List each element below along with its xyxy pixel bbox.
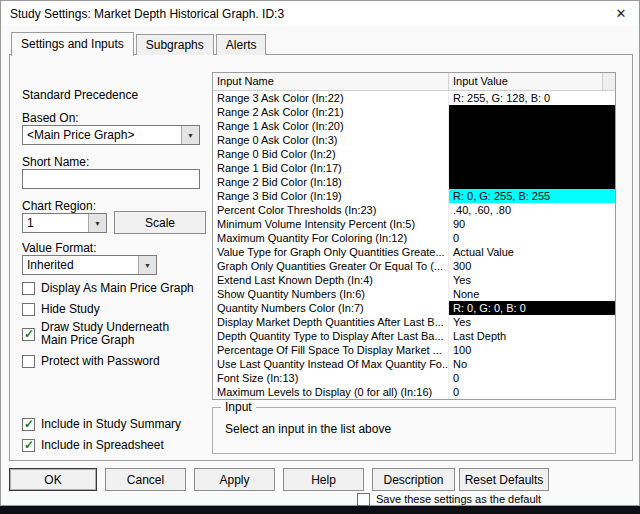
close-icon[interactable]: ✕ xyxy=(603,1,639,26)
input-value-cell[interactable]: None xyxy=(449,287,615,301)
chevron-down-icon[interactable]: ▼ xyxy=(88,214,106,232)
input-name-cell[interactable]: Minimum Volume Intensity Percent (In:5) xyxy=(213,217,449,231)
input-name-cell[interactable]: Range 1 Ask Color (In:20) xyxy=(213,119,449,133)
settings-panel: Standard Precedence Based On: <Main Pric… xyxy=(9,54,633,461)
input-value-cell[interactable]: 0 xyxy=(449,231,615,245)
input-name-cell[interactable]: Display Market Depth Quantities After La… xyxy=(213,315,449,329)
input-value-cell[interactable]: No xyxy=(449,357,615,371)
tab-subgraphs[interactable]: Subgraphs xyxy=(136,34,214,55)
table-row[interactable]: Extend Last Known Depth (In:4)Yes xyxy=(213,273,615,287)
input-name-cell[interactable]: Quantity Numbers Color (In:7) xyxy=(213,301,449,315)
input-name-cell[interactable]: Range 2 Bid Color (In:18) xyxy=(213,175,449,189)
input-value-cell[interactable]: 90 xyxy=(449,217,615,231)
input-name-cell[interactable]: Depth Quantity Type to Display After Las… xyxy=(213,329,449,343)
column-header-input-name[interactable]: Input Name xyxy=(213,73,449,90)
table-row[interactable]: Show Quantity Numbers (In:6)None xyxy=(213,287,615,301)
table-row[interactable]: Percentage Of Fill Space To Display Mark… xyxy=(213,343,615,357)
help-button[interactable]: Help xyxy=(283,468,364,491)
input-name-cell[interactable]: Range 1 Bid Color (In:17) xyxy=(213,161,449,175)
window-title: Study Settings: Market Depth Historical … xyxy=(1,7,284,21)
chart-region-label: Chart Region: xyxy=(22,199,96,213)
reset-defaults-button[interactable]: Reset Defaults xyxy=(459,468,549,491)
checkbox-hide-study[interactable]: Hide Study xyxy=(22,303,100,316)
table-row[interactable]: Minimum Volume Intensity Percent (In:5)9… xyxy=(213,217,615,231)
input-value-cell[interactable]: R: 255, G: 128, B: 0 xyxy=(449,91,615,105)
short-name-label: Short Name: xyxy=(22,155,89,169)
table-row[interactable]: Font Size (In:13)0 xyxy=(213,371,615,385)
short-name-input[interactable] xyxy=(22,169,200,189)
input-value-cell[interactable]: 300 xyxy=(449,259,615,273)
checkbox-display-as-main-price-graph[interactable]: Display As Main Price Graph xyxy=(22,282,194,295)
scale-button[interactable]: Scale xyxy=(114,211,206,234)
checkbox-draw-study-underneath[interactable]: Draw Study Underneath Main Price Graph xyxy=(22,321,189,347)
based-on-select[interactable]: <Main Price Graph> ▼ xyxy=(22,125,200,145)
table-row[interactable]: Range 1 Ask Color (In:20) xyxy=(213,119,615,133)
input-name-cell[interactable]: Extend Last Known Depth (In:4) xyxy=(213,273,449,287)
input-value-cell[interactable]: R: 0, G: 0, B: 0 xyxy=(449,301,615,315)
input-name-cell[interactable]: Percent Color Thresholds (In:23) xyxy=(213,203,449,217)
checkbox-include-in-spreadsheet[interactable]: Include in Spreadsheet xyxy=(22,439,164,452)
checkbox-protect-with-password[interactable]: Protect with Password xyxy=(22,355,160,368)
apply-button[interactable]: Apply xyxy=(194,468,275,491)
value-format-select[interactable]: Inherited ▼ xyxy=(22,255,157,275)
input-value-cell[interactable] xyxy=(449,147,615,161)
input-name-cell[interactable]: Value Type for Graph Only Quantities Gre… xyxy=(213,245,449,259)
input-name-cell[interactable]: Graph Only Quantities Greater Or Equal T… xyxy=(213,259,449,273)
input-name-cell[interactable]: Range 0 Ask Color (In:3) xyxy=(213,133,449,147)
table-row[interactable]: Display Market Depth Quantities After La… xyxy=(213,315,615,329)
input-name-cell[interactable]: Percentage Of Fill Space To Display Mark… xyxy=(213,343,449,357)
tab-alerts[interactable]: Alerts xyxy=(216,34,267,55)
tab-settings-and-inputs[interactable]: Settings and Inputs xyxy=(11,32,134,56)
input-groupbox: Input Select an input in the list above xyxy=(212,407,616,454)
input-name-cell[interactable]: Use Last Quantity Instead Of Max Quantit… xyxy=(213,357,449,371)
ok-button[interactable]: OK xyxy=(9,468,97,491)
table-row[interactable]: Range 3 Ask Color (In:22)R: 255, G: 128,… xyxy=(213,91,615,105)
input-value-cell[interactable]: Last Depth xyxy=(449,329,615,343)
table-row[interactable]: Maximum Quantity For Coloring (In:12)0 xyxy=(213,231,615,245)
input-value-cell[interactable]: 100 xyxy=(449,343,615,357)
input-value-cell[interactable]: Yes xyxy=(449,315,615,329)
input-value-cell[interactable]: 0 xyxy=(449,385,615,399)
chevron-down-icon[interactable]: ▼ xyxy=(181,126,199,144)
input-value-cell[interactable]: Actual Value xyxy=(449,245,615,259)
table-row[interactable]: Depth Quantity Type to Display After Las… xyxy=(213,329,615,343)
description-button[interactable]: Description xyxy=(372,468,455,491)
input-value-cell[interactable]: 0 xyxy=(449,371,615,385)
input-name-cell[interactable]: Range 0 Bid Color (In:2) xyxy=(213,147,449,161)
inputs-table: Input Name Input Value Range 3 Ask Color… xyxy=(212,72,616,400)
chevron-down-icon[interactable]: ▼ xyxy=(138,256,156,274)
input-name-cell[interactable]: Range 3 Bid Color (In:19) xyxy=(213,189,449,203)
input-value-cell[interactable] xyxy=(449,119,615,133)
input-name-cell[interactable]: Maximum Levels to Display (0 for all) (I… xyxy=(213,385,449,399)
table-row[interactable]: Range 0 Ask Color (In:3) xyxy=(213,133,615,147)
cancel-button[interactable]: Cancel xyxy=(105,468,186,491)
table-row[interactable]: Maximum Levels to Display (0 for all) (I… xyxy=(213,385,615,399)
input-name-cell[interactable]: Maximum Quantity For Coloring (In:12) xyxy=(213,231,449,245)
table-row[interactable]: Percent Color Thresholds (In:23).40, .60… xyxy=(213,203,615,217)
input-value-cell[interactable]: Yes xyxy=(449,273,615,287)
input-group-title: Input xyxy=(221,400,256,414)
input-name-cell[interactable]: Range 2 Ask Color (In:21) xyxy=(213,105,449,119)
checkbox-save-settings-default[interactable]: Save these settings as the default xyxy=(357,493,541,506)
checkbox-include-in-study-summary[interactable]: Include in Study Summary xyxy=(22,418,181,431)
input-name-cell[interactable]: Range 3 Ask Color (In:22) xyxy=(213,91,449,105)
table-row[interactable]: Range 1 Bid Color (In:17) xyxy=(213,161,615,175)
input-value-cell[interactable] xyxy=(449,161,615,175)
input-value-cell[interactable]: R: 0, G: 255, B: 255 xyxy=(449,189,615,203)
input-name-cell[interactable]: Font Size (In:13) xyxy=(213,371,449,385)
table-row[interactable]: Range 2 Ask Color (In:21) xyxy=(213,105,615,119)
input-value-cell[interactable]: .40, .60, .80 xyxy=(449,203,615,217)
input-value-cell[interactable] xyxy=(449,105,615,119)
chart-region-select[interactable]: 1 ▼ xyxy=(22,213,107,233)
table-row[interactable]: Graph Only Quantities Greater Or Equal T… xyxy=(213,259,615,273)
input-value-cell[interactable] xyxy=(449,175,615,189)
table-row[interactable]: Range 3 Bid Color (In:19)R: 0, G: 255, B… xyxy=(213,189,615,203)
table-row[interactable]: Quantity Numbers Color (In:7)R: 0, G: 0,… xyxy=(213,301,615,315)
table-row[interactable]: Value Type for Graph Only Quantities Gre… xyxy=(213,245,615,259)
column-header-input-value[interactable]: Input Value xyxy=(449,73,603,90)
table-row[interactable]: Range 0 Bid Color (In:2) xyxy=(213,147,615,161)
table-row[interactable]: Range 2 Bid Color (In:18) xyxy=(213,175,615,189)
input-name-cell[interactable]: Show Quantity Numbers (In:6) xyxy=(213,287,449,301)
input-value-cell[interactable] xyxy=(449,133,615,147)
table-row[interactable]: Use Last Quantity Instead Of Max Quantit… xyxy=(213,357,615,371)
